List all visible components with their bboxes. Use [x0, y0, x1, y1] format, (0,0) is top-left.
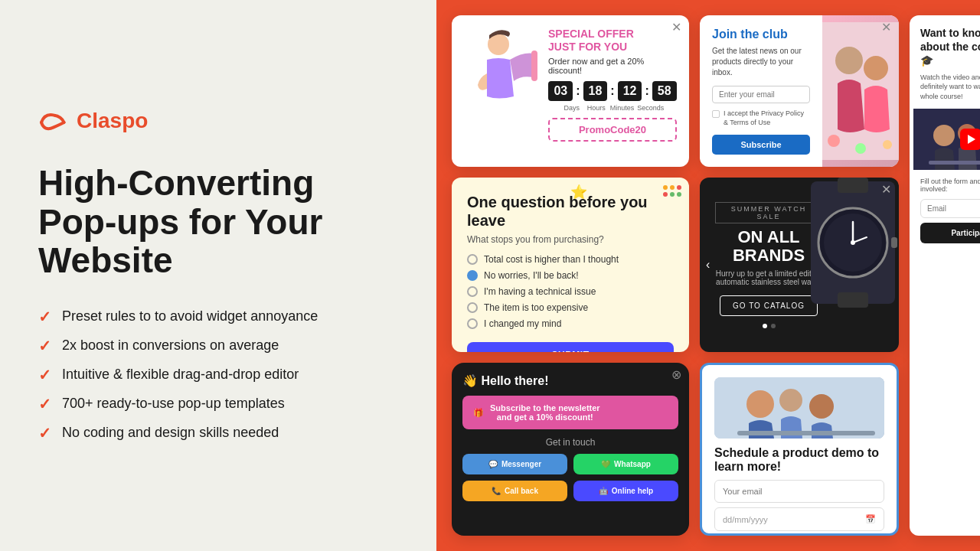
popup-join-club: ✕ Join the club Get the latest news on o…: [700, 15, 899, 167]
option-label: I'm having a technical issue: [484, 286, 596, 297]
carousel-dot[interactable]: [771, 324, 776, 328]
carousel-nav: [763, 324, 776, 328]
logo-text: Claspo: [77, 109, 148, 133]
close-icon[interactable]: ✕: [881, 21, 891, 34]
decoration-star: ⭐: [570, 184, 587, 201]
join-subtitle: Get the latest news on our products dire…: [712, 46, 810, 78]
gift-icon: 🎁: [473, 408, 484, 418]
online-help-button[interactable]: 🤖 Online help: [573, 481, 678, 501]
countdown-sep: :: [610, 84, 614, 98]
feature-item: ✓ No coding and design skills needed: [38, 424, 398, 442]
demo-image: [714, 377, 884, 439]
radio-options: Total cost is higher than I thought No w…: [467, 254, 674, 329]
subscribe-button[interactable]: Subscribe: [712, 135, 810, 155]
svg-rect-21: [737, 431, 875, 435]
contact-row: 💬 Messenger 💚 Whatsapp: [462, 454, 678, 474]
svg-point-6: [883, 140, 892, 149]
option-label: No worries, I'll be back!: [484, 270, 579, 281]
dots-decoration: [663, 185, 681, 197]
offer-subtitle: Order now and get a 20% discount!: [548, 57, 677, 75]
gift-button[interactable]: 🎁 Subscribe to the newsletter and get a …: [462, 396, 678, 429]
countdown-minutes: 12: [618, 81, 642, 101]
privacy-text: I accept the Privacy Policy & Terms of U…: [724, 109, 810, 127]
watch-image: [807, 178, 899, 352]
close-icon[interactable]: ⊗: [671, 369, 681, 381]
countdown-timer: 03 : 18 : 12 : 58: [548, 81, 677, 101]
radio-button-selected[interactable]: [467, 270, 478, 281]
whatsapp-icon: 💚: [601, 460, 610, 468]
whatsapp-button[interactable]: 💚 Whatsapp: [573, 454, 678, 474]
feature-item: ✓ 2x boost in conversions on average: [38, 337, 398, 355]
popup-special-offer: ✕ SPECIAL OFFER JUST FOR YOU Order no: [452, 15, 689, 167]
svg-point-23: [933, 125, 955, 146]
svg-rect-12: [838, 292, 868, 308]
countdown-sep: :: [645, 84, 648, 98]
features-list: ✓ Preset rules to to avoid widget annoya…: [38, 308, 398, 442]
messenger-button[interactable]: 💬 Messenger: [462, 454, 567, 474]
megaphone-illustration: [464, 28, 541, 115]
gift-button-label: Subscribe to the newsletter and get a 10…: [490, 403, 600, 422]
check-icon: ✓: [38, 366, 51, 384]
radio-option[interactable]: I'm having a technical issue: [467, 286, 674, 297]
countdown-days: 03: [548, 81, 573, 101]
svg-rect-26: [929, 161, 980, 165]
feature-item: ✓ 700+ ready-to-use pop-up templates: [38, 395, 398, 413]
catalog-button[interactable]: GO TO CATALOG: [720, 295, 818, 316]
radio-option[interactable]: Total cost is higher than I thought: [467, 254, 674, 265]
radio-option[interactable]: I changed my mind: [467, 318, 674, 329]
participate-button[interactable]: Participate: [920, 223, 980, 243]
check-icon: ✓: [38, 337, 51, 355]
privacy-row: I accept the Privacy Policy & Terms of U…: [712, 109, 810, 127]
check-icon: ✓: [38, 424, 51, 442]
popup-course: Want to know more about the course? 🎓 Wa…: [910, 15, 980, 536]
question-subtitle: What stops you from purchasing?: [467, 234, 674, 245]
svg-rect-1: [531, 51, 537, 81]
special-offer-content: SPECIAL OFFER JUST FOR YOU Order now and…: [548, 28, 677, 142]
radio-button[interactable]: [467, 254, 478, 265]
offer-title: SPECIAL OFFER JUST FOR YOU: [548, 28, 677, 54]
countdown-sep: :: [576, 84, 580, 98]
join-image: [822, 15, 899, 167]
date-input[interactable]: dd/mm/yyyy 📅: [714, 507, 884, 531]
svg-point-4: [864, 56, 888, 80]
radio-option[interactable]: The item is too expensive: [467, 302, 674, 313]
popup-watch-sale: ✕ ‹ SUMMER WATCH SALE ON ALL BRANDS Hurr…: [700, 178, 899, 352]
chat-icon: 🤖: [599, 487, 608, 495]
svg-point-5: [828, 135, 840, 147]
svg-point-3: [835, 47, 863, 74]
countdown-seconds: 58: [652, 81, 677, 101]
radio-button[interactable]: [467, 286, 478, 297]
feature-label: Preset rules to to avoid widget annoyanc…: [62, 308, 318, 324]
option-label: Total cost is higher than I thought: [484, 254, 619, 265]
feature-item: ✓ Preset rules to to avoid widget annoya…: [38, 308, 398, 326]
radio-button[interactable]: [467, 302, 478, 313]
svg-point-18: [746, 390, 774, 418]
video-thumbnail[interactable]: [920, 109, 980, 170]
demo-title: Schedule a product demo to learn more!: [714, 446, 884, 474]
email-input[interactable]: [712, 86, 810, 103]
date-placeholder: dd/mm/yyyy: [723, 515, 768, 524]
promo-code[interactable]: PromoCode20: [548, 118, 677, 142]
watch-subtitle: Hurry up to get a limited edition automa…: [715, 269, 822, 286]
option-label: The item is too expensive: [484, 302, 588, 313]
privacy-checkbox[interactable]: [712, 110, 720, 118]
popups-grid: ✕ SPECIAL OFFER JUST FOR YOU Order no: [452, 15, 965, 536]
close-icon[interactable]: ✕: [671, 21, 681, 34]
email-input[interactable]: [714, 480, 884, 503]
callback-button[interactable]: 📞 Call back: [462, 481, 567, 501]
watch-title: ON ALL BRANDS: [715, 228, 822, 265]
submit-button[interactable]: SUBMIT: [467, 342, 674, 352]
radio-button[interactable]: [467, 318, 478, 329]
svg-point-7: [855, 143, 866, 154]
join-title: Join the club: [712, 28, 810, 41]
email-input[interactable]: [920, 199, 980, 218]
prev-arrow-icon[interactable]: ‹: [706, 258, 710, 272]
carousel-dot[interactable]: [763, 324, 767, 328]
popup-schedule-demo: Schedule a product demo to learn more! d…: [700, 363, 899, 536]
radio-option[interactable]: No worries, I'll be back!: [467, 270, 674, 281]
logo: Claspo: [38, 109, 398, 133]
close-icon[interactable]: ✕: [881, 184, 891, 196]
hello-title: 👋 Hello there!: [462, 373, 678, 388]
play-button[interactable]: [960, 129, 980, 150]
course-subtitle: Watch the video and you will definitely …: [920, 73, 980, 102]
